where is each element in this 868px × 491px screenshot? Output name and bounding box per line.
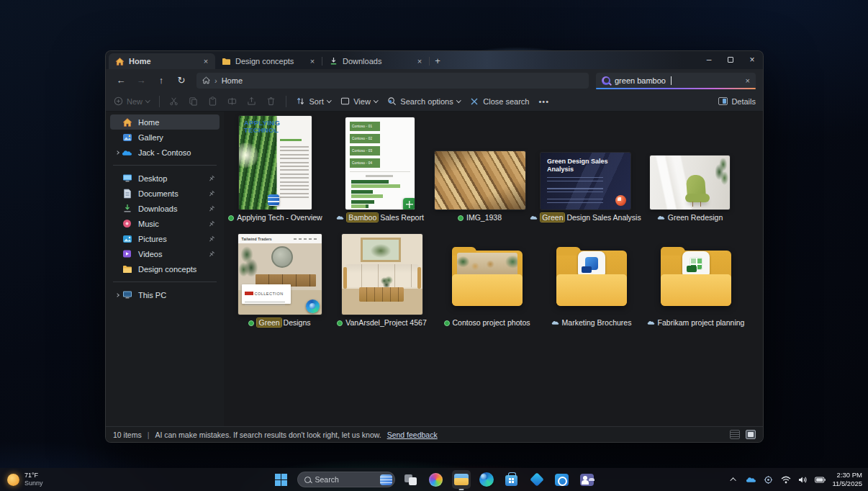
tab-design-concepts[interactable]: Design concepts ×	[215, 53, 322, 69]
search-options-button[interactable]: Search options	[386, 96, 460, 107]
sidebar-item-music[interactable]: Music	[110, 216, 220, 231]
chevron-down-icon	[145, 98, 150, 102]
delete-icon[interactable]	[266, 96, 276, 107]
weather-widget[interactable]: 71°F Sunny	[7, 472, 43, 488]
settings-tray-icon[interactable]	[763, 474, 774, 485]
sidebar-item-pictures[interactable]: Pictures	[110, 231, 220, 246]
thumbnail-green-chair-photo	[650, 156, 730, 210]
command-toolbar: New Sort	[106, 91, 763, 112]
battery-icon[interactable]	[815, 474, 826, 485]
sidebar-item-home[interactable]: Home	[110, 114, 220, 130]
sidebar-item-videos[interactable]: Videos	[110, 246, 220, 261]
microsoft-365-icon	[530, 472, 544, 487]
slide-title: Green Design Sales Analysis	[547, 158, 608, 174]
search-input[interactable]: green bamboo ×	[596, 73, 756, 89]
details-view-toggle-icon[interactable]	[730, 430, 740, 439]
tab-label: Home	[129, 57, 196, 66]
store-icon	[505, 475, 517, 486]
clock[interactable]: 2:30 PM 11/5/2025	[832, 471, 862, 489]
up-button[interactable]: ↑	[152, 72, 171, 89]
share-icon[interactable]	[247, 96, 257, 107]
search-highlight-icon	[380, 474, 392, 485]
sidebar-item-desktop[interactable]: Desktop	[110, 171, 220, 186]
thumbnail-bamboo-photo	[435, 151, 525, 210]
copilot-button[interactable]	[427, 470, 446, 489]
cut-icon[interactable]	[169, 96, 179, 107]
sidebar-item-design-concepts[interactable]: Design concepts	[110, 261, 220, 276]
file-tile-marketing-brochures[interactable]: Marketing Brochures	[543, 228, 640, 327]
chevron-down-icon	[456, 98, 461, 102]
sidebar-item-gallery[interactable]: Gallery	[110, 130, 220, 145]
sidebar-item-onedrive[interactable]: Jack - Contoso	[110, 145, 220, 160]
file-tile-applying-tech[interactable]: APPLYING TECHNOL Applying Tech - Overvie…	[234, 116, 317, 222]
file-tile-green-design-sales-analysis[interactable]: Green Design Sales Analysis Green Design…	[537, 116, 634, 222]
back-button[interactable]: ←	[112, 72, 130, 89]
sidebar-label: Desktop	[138, 174, 167, 183]
view-button[interactable]: View	[340, 96, 377, 107]
folder-icon	[556, 247, 627, 306]
close-search-button[interactable]: Close search	[469, 96, 529, 107]
send-feedback-link[interactable]: Send feedback	[387, 431, 438, 439]
file-tile-img-1938[interactable]: IMG_1938	[431, 116, 528, 222]
sidebar-label: Gallery	[138, 133, 163, 142]
sync-local-icon	[228, 215, 234, 221]
hidden-icons-button[interactable]	[728, 474, 739, 485]
close-button[interactable]: ×	[741, 51, 763, 68]
chevron-right-icon[interactable]	[115, 293, 119, 297]
taskbar-search[interactable]: Search	[297, 472, 395, 487]
outlook-button[interactable]	[553, 470, 571, 489]
pin-icon	[208, 220, 215, 228]
minimize-button[interactable]: –	[698, 51, 720, 68]
copy-icon[interactable]	[189, 96, 199, 107]
see-more-button[interactable]: •••	[538, 97, 549, 106]
refresh-button[interactable]: ↻	[172, 72, 191, 89]
thumbnail-view-toggle-icon[interactable]	[746, 430, 756, 439]
toolbar-divider	[286, 96, 286, 107]
red-chip	[245, 292, 253, 295]
paste-icon[interactable]	[208, 96, 218, 107]
volume-icon[interactable]	[797, 474, 808, 485]
file-tile-vanarsdel-project[interactable]: VanArsdel_Project 4567	[333, 228, 430, 327]
file-tile-green-designs[interactable]: Tailwind Traders COLLECTION Green Design…	[231, 228, 328, 327]
document-icon	[122, 188, 132, 199]
breadcrumb[interactable]: › Home	[196, 73, 589, 89]
details-pane-button[interactable]: Details	[718, 97, 756, 106]
task-view-button[interactable]	[402, 470, 420, 489]
pin-icon	[208, 251, 215, 258]
microsoft-365-button[interactable]	[528, 470, 546, 489]
tab-close-icon[interactable]: ×	[415, 57, 425, 66]
file-tile-contoso-project-photos[interactable]: Contoso project photos	[438, 228, 535, 327]
start-button[interactable]	[272, 470, 291, 489]
new-tab-button[interactable]: +	[430, 54, 446, 68]
chevron-right-icon[interactable]	[115, 150, 119, 155]
forward-button[interactable]: →	[132, 72, 150, 89]
file-tile-green-redesign[interactable]: Green Redesign	[645, 116, 735, 222]
new-button[interactable]: New	[113, 96, 150, 107]
maximize-icon	[728, 57, 733, 63]
onedrive-tray-icon[interactable]	[746, 474, 756, 485]
file-name: Bamboo Sales Report	[336, 213, 424, 222]
file-name: VanArsdel_Project 4567	[337, 318, 426, 327]
file-explorer-button[interactable]	[452, 470, 471, 489]
sync-local-icon	[248, 320, 254, 326]
teams-button[interactable]	[578, 470, 597, 489]
tab-close-icon[interactable]: ×	[201, 57, 211, 66]
tab-downloads[interactable]: Downloads ×	[322, 53, 429, 69]
desktop-icon	[122, 173, 132, 184]
sidebar-item-downloads[interactable]: Downloads	[110, 201, 220, 216]
microsoft-store-button[interactable]	[502, 470, 521, 489]
wifi-icon[interactable]	[780, 474, 791, 485]
sort-button[interactable]: Sort	[296, 96, 331, 107]
file-tile-fabrikam-project-planning[interactable]: Fabrikam project planning	[647, 228, 744, 327]
tab-home[interactable]: Home ×	[109, 53, 215, 69]
rename-icon[interactable]	[227, 96, 238, 107]
sidebar-item-documents[interactable]: Documents	[110, 186, 220, 201]
edge-button[interactable]	[477, 470, 496, 489]
file-tile-bamboo-sales-report[interactable]: Contoso - 01 Contoso - 02 Contoso - 03 C…	[339, 116, 421, 222]
sync-cloud-icon	[551, 320, 559, 325]
breadcrumb-item-home[interactable]: Home	[222, 76, 243, 85]
tab-close-icon[interactable]: ×	[307, 57, 317, 66]
clear-search-icon[interactable]: ×	[746, 76, 750, 85]
maximize-button[interactable]	[720, 51, 741, 68]
sidebar-item-this-pc[interactable]: This PC	[110, 287, 220, 302]
